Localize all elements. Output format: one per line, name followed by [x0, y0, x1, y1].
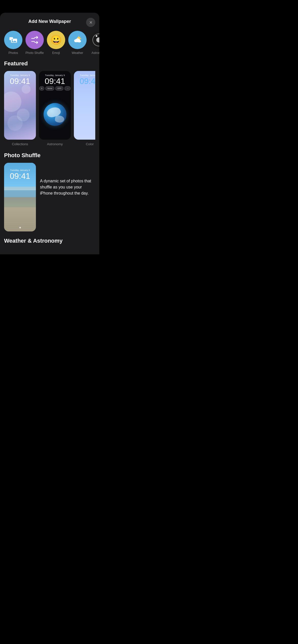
- weather-icon-circle: [68, 31, 87, 49]
- photo-shuffle-section: Photo Shuffle: [0, 152, 99, 238]
- featured-section: Featured Tuesday, January 9 09:41: [0, 60, 99, 152]
- photo-shuffle-icon-circle: [25, 31, 44, 49]
- add-wallpaper-sheet: Add New Wallpaper ✕ Photos: [0, 13, 99, 254]
- collections-card-image: Tuesday, January 9 09:41: [4, 71, 36, 140]
- photos-icon-circle: [4, 31, 22, 49]
- wallpaper-type-emoji[interactable]: 😀 Emoji: [47, 31, 65, 55]
- widget-4: →: [64, 86, 71, 91]
- close-icon: ✕: [89, 20, 92, 25]
- color-date: Tuesday, January 9: [76, 74, 95, 77]
- shuffle-card-date: Tuesday, January 9: [9, 169, 31, 171]
- wallpaper-type-weather[interactable]: Weather: [68, 31, 87, 55]
- photo-shuffle-title: Photo Shuffle: [4, 152, 95, 159]
- wallpaper-type-photos[interactable]: Photos: [4, 31, 22, 55]
- astronomy-widgets: 6 None OFF →: [42, 86, 68, 91]
- astronomy-date: Tuesday, January 9: [42, 74, 68, 77]
- wallpaper-type-list: Photos Photo Shuffle 😀 Emoji: [0, 28, 99, 60]
- featured-card-astronomy[interactable]: Tuesday, January 9 09:41 6 None OFF →: [39, 71, 71, 146]
- widget-1: 6: [39, 86, 44, 91]
- featured-list: Tuesday, January 9 09:41 Collections Tue…: [4, 71, 95, 146]
- earth-globe: [44, 103, 66, 126]
- weather-astronomy-section: Weather & Astronomy: [0, 238, 99, 244]
- color-time: 09:41: [76, 77, 95, 85]
- svg-rect-7: [75, 41, 80, 42]
- featured-title: Featured: [4, 60, 95, 67]
- emoji-label: Emoji: [52, 51, 60, 55]
- photo-shuffle-card[interactable]: Tuesday, January 9 09:41: [4, 163, 36, 231]
- astronomy-card-image: Tuesday, January 9 09:41 6 None OFF →: [39, 71, 71, 140]
- featured-card-collections[interactable]: Tuesday, January 9 09:41 Collections: [4, 71, 36, 146]
- orbit-ring: [90, 31, 99, 49]
- dot-indicator: [19, 227, 21, 228]
- photo-shuffle-description: A dynamic set of photos that shuffle as …: [40, 163, 95, 196]
- photos-label: Photos: [8, 51, 18, 55]
- color-card-image: Tuesday, January 9 09:41: [74, 71, 95, 140]
- collections-card-bg: Tuesday, January 9 09:41: [4, 71, 36, 140]
- orbit-dot: [96, 35, 98, 37]
- featured-card-color[interactable]: Tuesday, January 9 09:41 Color: [74, 71, 95, 146]
- wallpaper-type-astronomy[interactable]: Astronomy: [90, 31, 99, 55]
- shuffle-card-time: 09:41: [9, 172, 31, 180]
- astronomy-time: 09:41: [42, 77, 68, 85]
- sheet-header: Add New Wallpaper ✕: [0, 13, 99, 28]
- weather-label: Weather: [72, 51, 83, 55]
- astronomy-card-bg: Tuesday, January 9 09:41 6 None OFF →: [39, 71, 71, 140]
- widget-3: OFF: [55, 86, 63, 91]
- color-card-bg: Tuesday, January 9 09:41: [74, 71, 95, 140]
- photo-shuffle-desc-text: A dynamic set of photos that shuffle as …: [40, 178, 95, 196]
- sheet-title: Add New Wallpaper: [28, 19, 71, 24]
- earth-container: [42, 92, 68, 137]
- emoji-icon: 😀: [50, 35, 62, 45]
- color-label: Color: [86, 142, 94, 146]
- wallpaper-type-photo-shuffle[interactable]: Photo Shuffle: [25, 31, 44, 55]
- astronomy-label-card: Astronomy: [47, 142, 63, 146]
- widget-2: None: [45, 86, 54, 91]
- svg-point-2: [12, 39, 13, 41]
- photo-shuffle-content: Tuesday, January 9 09:41 A dynamic set o…: [4, 163, 95, 231]
- photo-shuffle-label: Photo Shuffle: [25, 51, 44, 55]
- status-bar: [0, 0, 99, 13]
- collections-label: Collections: [12, 142, 28, 146]
- weather-astronomy-title: Weather & Astronomy: [0, 238, 99, 244]
- emoji-icon-circle: 😀: [47, 31, 65, 49]
- close-button[interactable]: ✕: [86, 18, 95, 27]
- beach-image-bg: Tuesday, January 9 09:41: [4, 163, 36, 231]
- astronomy-label: Astronomy: [91, 51, 99, 55]
- astronomy-icon-circle: [90, 31, 99, 49]
